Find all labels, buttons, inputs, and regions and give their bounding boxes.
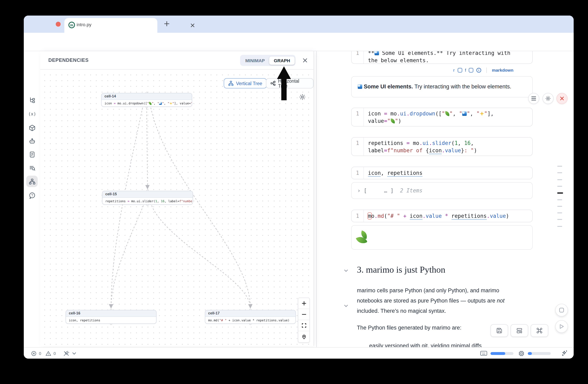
code-editor[interactable]: icon = mo.ui.dropdown(["", "", ""],value… [364,108,532,126]
code-token: " [147,101,149,105]
shortcuts-button[interactable] [531,324,548,337]
error-count: 0 [39,351,41,356]
zoom-in-button[interactable] [298,298,309,309]
scroll-tick[interactable] [557,206,562,207]
code-token: 1 [455,140,458,146]
cell-dropdown[interactable]: 1 icon = mo.ui.dropdown(["", "", ""],val… [351,108,533,127]
code-token: = [384,118,387,124]
window-close-button[interactable] [56,22,61,27]
sidebar-item-variables[interactable]: (x) [26,108,38,119]
errors-icon[interactable] [31,351,37,356]
expand-chevron[interactable]: › [357,188,361,194]
code-token [406,213,410,219]
graph-node-cell-16[interactable]: cell-16icon, repetitions [65,310,157,324]
scroll-tick[interactable] [557,166,562,167]
collapse-chevron-icon[interactable] [344,269,348,272]
graph-node-cell-15[interactable]: cell-15repetitions = mo.ui.slider(1, 16,… [102,191,193,205]
run-all-button[interactable] [555,320,568,333]
code-token: , [471,140,474,146]
tab-minimap[interactable]: MINIMAP [241,56,269,64]
code-token: , [164,101,168,105]
svg-text:?: ? [31,193,33,197]
zoom-out-button[interactable] [298,309,309,320]
code-token [400,213,403,219]
panel-close-icon[interactable] [302,58,308,63]
code-token: value [445,147,461,154]
cell-tuple[interactable]: 1 icon, repetitions [351,167,533,179]
code-token: . [406,111,410,117]
code-token: " [484,111,487,117]
code-editor[interactable]: mo.md("# " + icon.value * repetitions.va… [364,210,532,222]
scroll-tick[interactable] [557,226,562,227]
code-token: icon, repetitions [69,319,100,322]
code-token: " [449,111,453,117]
sidebar-item-packages[interactable] [26,122,38,134]
code-token: ) [474,147,477,154]
code-editor[interactable]: icon, repetitions [364,167,532,179]
code-token: value [426,213,442,219]
tab-graph[interactable]: GRAPH [269,56,294,64]
notebook-settings-button[interactable] [543,93,554,104]
scroll-tick[interactable] [557,173,562,173]
warnings-icon[interactable] [45,351,51,356]
layout-button[interactable] [511,324,528,337]
save-button[interactable] [490,324,508,337]
code-editor[interactable]: repetitions = mo.ui.slider(1, 16,label=f… [364,137,532,155]
sidebar-item-snippets[interactable] [26,162,38,173]
code-token: icon [368,170,381,177]
node-title: cell-16 [66,310,156,317]
scroll-tick[interactable] [557,186,562,187]
run-checkbox[interactable] [458,68,462,72]
new-tab-button[interactable] [164,21,170,27]
code-token: ) [398,118,401,124]
graph-node-cell-17[interactable]: cell-17mo.md("# " + icon.value * repetit… [205,310,296,324]
sidebar-item-dependency-graph[interactable] [26,176,38,187]
cell-markdown-source[interactable]: 1 ** Some UI elements.** Try interacting… [351,51,533,64]
cell-md-call[interactable]: 1 mo.md("# " + icon.value * repetitions.… [351,210,533,222]
cell-slider[interactable]: 1 repetitions = mo.ui.slider(1, 16,label… [351,137,533,156]
section-paragraph-2: The Python files generated by marimo are… [357,325,462,331]
code-token: + [403,213,406,219]
code-editor[interactable]: ** Some UI elements.** Try interacting w… [364,51,532,63]
code-token: 16 [161,199,165,203]
graph-edge [111,206,143,308]
hamburger-icon [531,96,536,101]
sidebar-item-help[interactable]: ? [26,190,38,201]
screenshot-stage: m intro.py localhost:2718 Guest (x)? [0,0,588,384]
sidebar-item-logs[interactable] [26,149,38,160]
scroll-tick[interactable] [557,192,563,193]
chevron-down-icon[interactable] [72,352,76,355]
array-output[interactable]: › [ … ] 2 Items [351,182,533,199]
browser-tab[interactable]: m intro.py [64,18,157,33]
browser-window: m intro.py localhost:2718 Guest (x)? [24,16,574,359]
wave-emoji [159,102,162,105]
scroll-tick[interactable] [557,179,562,180]
scroll-tick[interactable] [557,219,562,220]
tab-strip: m intro.py [24,16,574,33]
scroll-tick[interactable] [557,212,562,213]
collapse-chevron-icon[interactable] [344,304,348,307]
code-token: slider [432,140,451,146]
graph-canvas[interactable]: Vertical Tree Horizontal Tree cell-14ico… [40,70,314,346]
disconnect-icon[interactable] [63,350,70,356]
code-token: " [157,101,159,105]
line-number: 1 [352,51,364,63]
code-token: mo.ui.slider( [129,199,155,203]
sidebar-item-file-explorer[interactable] [26,94,38,106]
stop-button[interactable] [555,304,568,316]
tab-close-icon[interactable] [190,23,195,28]
sidebar-rail: (x)? [24,51,40,347]
fit-view-button[interactable] [298,320,309,331]
graph-node-cell-14[interactable]: cell-14icon = mo.ui.dropdown(["", "", ""… [101,93,192,107]
code-token: " [152,101,154,105]
format-checkbox[interactable] [469,68,473,72]
save-icon [496,327,503,334]
sidebar-item-ai-chat[interactable] [26,135,38,147]
scroll-tick[interactable] [557,199,562,200]
bracket-close: ] [391,188,394,194]
pin-button[interactable] [298,331,309,342]
info-icon[interactable] [476,67,482,73]
ai-sparkle-icon[interactable] [561,350,568,357]
notebook-menu-button[interactable] [528,93,539,104]
shutdown-button[interactable] [556,93,567,104]
